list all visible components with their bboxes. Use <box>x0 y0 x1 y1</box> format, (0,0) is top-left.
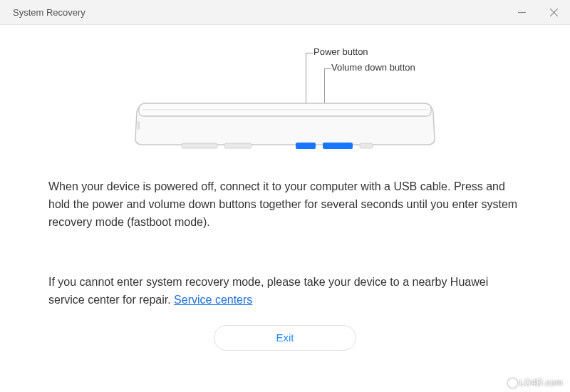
instructions-text: When your device is powered off, connect… <box>48 178 522 231</box>
button-row: Exit <box>48 325 522 351</box>
svg-rect-7 <box>138 121 140 130</box>
titlebar: System Recovery <box>0 0 570 25</box>
exit-button[interactable]: Exit <box>214 325 356 351</box>
svg-rect-5 <box>224 143 252 148</box>
device-diagram: Power button Volume down button <box>48 46 522 157</box>
volume-button-highlight <box>323 143 353 149</box>
close-button[interactable] <box>538 0 570 24</box>
watermark-text: LO4D.com <box>519 378 563 388</box>
service-centers-link[interactable]: Service centers <box>174 294 252 306</box>
close-icon <box>550 9 558 16</box>
minimize-icon <box>518 9 526 16</box>
content-area: Power button Volume down button <box>0 25 570 351</box>
svg-rect-4 <box>182 143 217 148</box>
watermark: LO4D.com <box>508 378 563 388</box>
power-button-highlight <box>296 143 316 149</box>
help-text: If you cannot enter system recovery mode… <box>48 274 522 309</box>
svg-rect-6 <box>360 143 373 148</box>
globe-icon <box>508 378 517 388</box>
window-controls <box>506 0 570 24</box>
window-title: System Recovery <box>13 7 86 18</box>
phone-illustration <box>114 46 456 157</box>
help-text-body: If you cannot enter system recovery mode… <box>48 276 488 306</box>
minimize-button[interactable] <box>506 0 538 24</box>
